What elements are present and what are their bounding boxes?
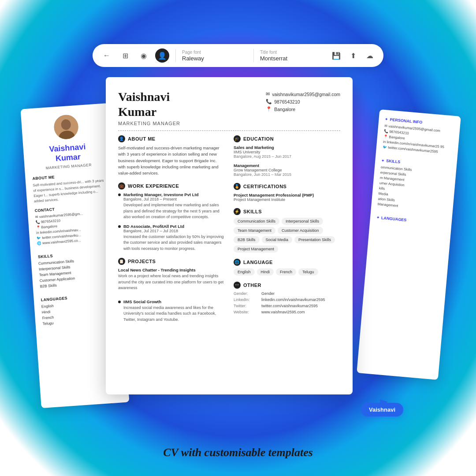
skill-8: Project Management [234,245,278,253]
skills-dot: ⚡ [234,208,241,215]
project-2-item: IIMS Social Growth Increased social medi… [118,299,225,323]
cv-right-column: 🎓 EDUCATION Sales and Marketing IIMS Uni… [234,135,340,329]
location-icon: 📍 [266,106,272,112]
projects-dot: 📋 [118,258,125,265]
skills-section: ⚡ SKILLS Communication Skills Interperso… [234,208,340,253]
cloud-icon[interactable]: ☁ [363,49,376,62]
about-dot: 👤 [118,135,125,142]
edu-2-school: Grow Management College [234,168,340,172]
other-section: ⋯ OTHER Gender: Gender LinkedIn: linkedi… [234,282,340,314]
gender-value: Gender [261,291,275,296]
certifications-title: 🏅 CERTIFICATIONS [234,183,340,190]
work-1-content: Marketing Manager, Investone Pvt Ltd Ban… [123,192,225,220]
cv-job-title: MARKETING MANAGER [118,121,180,126]
edu-1-date: Bangalore, Aug 2015 – Jun 2017 [234,154,340,159]
bullet-2 [118,225,121,228]
other-website: Website: www.vaishnavi2595.com [234,310,340,314]
work-2-date: Bangalore, Jul 2017 – Jul 2018 [123,229,225,233]
other-dot: ⋯ [234,282,241,289]
cv-main-card: VaishnaviKumar MARKETING MANAGER ✉ vaish… [106,77,353,394]
language-title: 🌐 LANGUAGE [234,259,340,266]
edu-1-school: IIMS University [234,150,340,154]
bullet-3 [118,301,121,303]
avatar-icon[interactable]: 👤 [155,48,169,63]
skills-title: ⚡ SKILLS [234,208,340,215]
website-label: Website: [234,310,258,314]
back-button[interactable]: ← [100,48,114,63]
work-title: 💼 WORK EXPERIENCE [118,182,225,190]
cert-1-org: Project Management Institute [234,197,340,202]
eye-icon[interactable]: ◉ [137,48,151,63]
left-about-text: Self-motivated and success-dri... with 3… [33,178,108,205]
save-icon[interactable]: 💾 [330,49,343,62]
language-section: 🌐 LANGUAGE English Hindi French Telugu [234,259,340,275]
edu-item-2: Management Grow Management College Banga… [234,163,340,177]
work-2-desc: Increased the customer satisfaction by 5… [123,234,225,252]
linkedin-value: linkedin.com/in/vaishnavikumar2595 [261,298,325,302]
edu-2-date: Bangalore, Jun 2011 – Mar 2015 [234,172,340,177]
cert-dot: 🏅 [234,183,241,190]
cv-contact-block: ✉ vaishnavikumar2595@gmail.com 📞 9876543… [266,89,340,112]
projects-title: 📋 PROJECTS [118,258,225,265]
toolbar: ← ⊞ ◉ 👤 Page font Raleway Title font Mon… [93,44,383,67]
work-1-desc: Developed and implemented new marketing … [123,202,225,220]
twitter-label: Twitter: [234,304,258,308]
about-section: 👤 ABOUT ME Self-motivated and success-dr… [118,135,225,176]
avatar [53,114,79,140]
edu-1-degree: Sales and Marketing [234,145,340,150]
lang-3: French [276,268,296,275]
title-font-group: Title font Montserrat [260,50,325,62]
work-section: 💼 WORK EXPERIENCE Marketing Manager, Inv… [118,182,225,252]
other-linkedin: LinkedIn: linkedin.com/in/vaishnavikumar… [234,298,340,302]
cv-divider [118,130,340,131]
work-2-content: BD Associate, ProfitAll Pvt Ltd Bangalor… [123,224,225,252]
projects-section: 📋 PROJECTS Local News Chatter - Trending… [118,258,225,323]
lang-dot: 🌐 [234,259,241,266]
cv-left-column: 👤 ABOUT ME Self-motivated and success-dr… [118,135,225,329]
cv-city: 📍 Bangalore [266,106,295,112]
cv-phone: 📞 9876543210 [266,99,300,104]
about-text: Self-motivated and success-driven market… [118,145,225,176]
cv-name: VaishnaviKumar [118,89,180,119]
project-2-content: IIMS Social Growth Increased social medi… [123,299,225,323]
about-title: 👤 ABOUT ME [118,135,225,142]
website-value: www.vaishnavi2595.com [261,310,305,314]
education-section: 🎓 EDUCATION Sales and Marketing IIMS Uni… [234,135,340,177]
share-icon[interactable]: ⬆ [346,49,360,62]
project-2-desc: Increased social media awareness and lik… [123,305,225,323]
work-1-date: Bangalore, Jul 2018 – Present [123,197,225,201]
email-icon: ✉ [266,91,270,97]
template-icon[interactable]: ⊞ [118,48,132,63]
divider-1 [175,49,176,62]
toolbar-right-icons: 💾 ⬆ ☁ [330,49,376,62]
cv-name-block: VaishnaviKumar MARKETING MANAGER [118,89,180,126]
title-font-label: Title font [260,50,325,55]
twitter-value: twitter.com/vaishnavikumar2595 [261,304,318,308]
project-1-desc: Work on a project where local news and t… [118,273,225,291]
divider-2 [253,49,254,62]
work-1-title: Marketing Manager, Investone Pvt Ltd [123,192,225,197]
bullet-1 [118,193,121,196]
linkedin-label: LinkedIn: [234,298,258,302]
skill-tags: Communication Skills Interpersonal Skill… [234,218,340,253]
right-languages-title: LANGUAGES [376,215,446,226]
skill-6: Social Media [262,236,293,243]
other-gender: Gender: Gender [234,291,340,296]
cv-header: VaishnaviKumar MARKETING MANAGER ✉ vaish… [118,89,340,126]
lang-tags: English Hindi French Telugu [234,268,340,275]
lang-2: Hindi [257,268,274,275]
edu-2-degree: Management [234,163,340,168]
skill-5: B2B Skills [234,236,260,243]
education-dot: 🎓 [234,135,241,142]
title-font-value: Montserrat [260,55,325,62]
skill-7: Presentation Skills [294,236,335,243]
cv-email: ✉ vaishnavikumar2595@gmail.com [266,91,340,97]
left-name: VaishnaviKumar [30,141,105,165]
lang-1: English [234,268,255,275]
gender-label: Gender: [234,291,258,296]
phone-icon: 📞 [266,99,272,104]
project-2-title: IIMS Social Growth [123,299,225,304]
lang-4: Telugu [298,268,318,275]
work-item-2: BD Associate, ProfitAll Pvt Ltd Bangalor… [118,224,225,252]
skill-4: Customer Acquisition [278,227,323,234]
